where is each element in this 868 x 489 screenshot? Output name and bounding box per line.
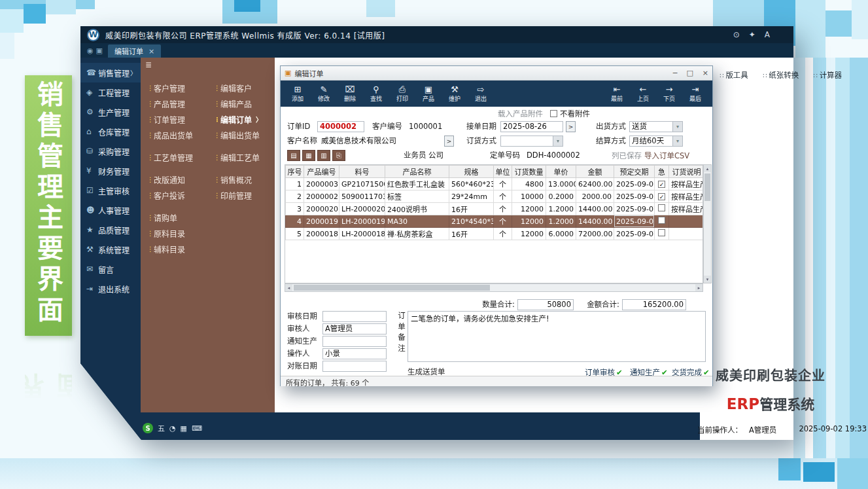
table-cell[interactable]: LH-2000019 (339, 215, 385, 228)
submenu-item-craft-sheet-mgmt[interactable]: ⋮工艺单管理 (147, 149, 211, 165)
table-cell[interactable]: 12000 (512, 215, 546, 228)
order-method-select[interactable]: ▾ (500, 136, 563, 147)
grid-tool-icon[interactable]: ▥ (317, 150, 330, 161)
last-record-button[interactable]: ⇥最后 (682, 82, 708, 105)
reconcile-date-field[interactable] (322, 361, 387, 372)
table-cell[interactable]: LH-2000020 (339, 203, 385, 215)
minimize-button[interactable]: ─ (673, 69, 678, 77)
table-cell[interactable]: 标签 (385, 190, 449, 203)
table-cell[interactable]: 1.2000 (546, 215, 576, 228)
submenu-item-edit-order[interactable]: ⋮编辑订单〉 (214, 111, 273, 127)
col-qty[interactable]: 订货数量 (512, 166, 546, 178)
submenu-item-prepress-mgmt[interactable]: ⋮印前管理 (214, 187, 273, 203)
col-seq[interactable]: 序号 (286, 166, 304, 178)
table-cell[interactable]: 29*24mm (449, 190, 494, 203)
calendar-tool-icon[interactable]: ▦ (302, 150, 315, 161)
user-icon[interactable]: A (765, 30, 770, 39)
note-tool-icon[interactable]: ▤ (287, 150, 300, 161)
edit-button[interactable]: ✎修改 (311, 82, 337, 105)
col-spec[interactable]: 规格 (449, 166, 494, 178)
table-cell[interactable]: 个 (494, 190, 512, 203)
table-cell[interactable]: 2025-09-07 (614, 203, 655, 215)
table-cell[interactable]: 2000020 (304, 203, 339, 215)
submenu-item-aux-material-catalog[interactable]: ⋮辅料目录 (147, 241, 211, 257)
tab-calculator[interactable]: ∷计算器 (813, 69, 842, 80)
search-button[interactable]: ⚲查找 (363, 82, 389, 105)
settle-method-select[interactable]: 月结60天▾ (629, 136, 683, 147)
salesman-field[interactable]: 公司 (428, 150, 443, 161)
col-price[interactable]: 单价 (546, 166, 576, 178)
submenu-item-purchase-request[interactable]: ⋮请购单 (147, 209, 211, 225)
table-cell[interactable]: 2000002 (304, 190, 339, 203)
product-button[interactable]: ▣产品 (415, 82, 442, 105)
sidebar-item-finance[interactable]: ¥ 财务管理 (80, 161, 141, 181)
load-attachment-label[interactable]: 载入产品附件 (498, 109, 543, 120)
urgent-checkbox[interactable] (658, 204, 665, 211)
chevron-down-icon[interactable]: ▾ (553, 136, 563, 146)
urgent-cell[interactable] (655, 228, 669, 240)
table-cell[interactable]: 2025-09-01 (614, 178, 655, 190)
table-row[interactable]: 32000020LH-20000202400说明书16开个120001.2000… (286, 203, 704, 215)
table-cell[interactable]: 12000 (512, 228, 546, 240)
submenu-item-edit-shipment[interactable]: ⋮编辑出货单 (214, 127, 273, 143)
info-icon[interactable]: ⊙ (733, 30, 740, 39)
scroll-thumb[interactable] (704, 173, 710, 201)
date-picker-button[interactable]: > (566, 121, 576, 132)
chevron-down-icon[interactable]: ▾ (672, 136, 682, 146)
urgent-cell[interactable] (655, 215, 669, 228)
review-date-field[interactable] (322, 311, 387, 322)
sidebar-item-system[interactable]: ⚒ 系统管理 (80, 240, 141, 259)
submenu-item-raw-material-catalog[interactable]: ⋮原料目录 (147, 225, 211, 241)
col-amount[interactable]: 金额 (576, 166, 614, 178)
table-cell[interactable]: 个 (494, 178, 512, 190)
hide-attachment-checkbox[interactable]: 不看附件 (550, 109, 590, 120)
sidebar-item-message[interactable]: ✉ 留言 (80, 259, 141, 279)
submenu-item-sales-overview[interactable]: ⋮销售概况 (214, 172, 273, 187)
table-row[interactable]: 220000025090011703标签29*24mm个100000.20002… (286, 190, 704, 203)
submenu-item-edit-craft-sheet[interactable]: ⋮编辑工艺单 (214, 149, 273, 165)
col-note[interactable]: 订货说明 (669, 166, 704, 178)
submenu-item-customer-complaint[interactable]: ⋮客户投诉 (147, 187, 211, 203)
col-unit[interactable]: 单位 (494, 166, 512, 178)
workspace-icon[interactable]: ▣ (96, 46, 103, 55)
submenu-item-shipment-note[interactable]: ⋮成品出货单 (147, 127, 211, 143)
table-cell[interactable]: 560*460*230 (449, 178, 494, 190)
col-due-date[interactable]: 预定交期 (614, 166, 655, 178)
urgent-cell[interactable]: ✓ (655, 190, 669, 203)
home-icon[interactable]: ◉ (87, 46, 94, 55)
table-cell[interactable]: GP21071500 (339, 178, 385, 190)
tab-paper-convert[interactable]: ∷纸张转换 (763, 69, 799, 80)
table-cell[interactable]: 72000.00 (576, 228, 614, 240)
copy-tool-icon[interactable]: ⎘ (332, 150, 345, 161)
submenu-item-edit-customer[interactable]: ⋮编辑客户 (214, 80, 273, 96)
table-cell[interactable] (669, 228, 704, 240)
table-cell[interactable]: 2000018 (304, 228, 339, 240)
prev-page-button[interactable]: ←上页 (630, 82, 656, 105)
sidebar-item-production[interactable]: ⚙ 生产管理 (80, 102, 141, 122)
close-button[interactable]: × (703, 69, 708, 77)
urgent-cell[interactable] (655, 203, 669, 215)
submenu-item-edit-product[interactable]: ⋮编辑产品 (214, 96, 273, 111)
ime-wubi-icon[interactable]: 五 (158, 423, 165, 433)
table-cell[interactable]: 6.0000 (546, 228, 576, 240)
table-cell[interactable]: 1 (286, 178, 304, 190)
table-cell[interactable]: 个 (494, 203, 512, 215)
submenu-item-order-mgmt[interactable]: ⋮订单管理 (147, 111, 211, 127)
next-page-button[interactable]: →下页 (656, 82, 682, 105)
table-cell[interactable]: 210*4540*354 (449, 215, 494, 228)
table-cell[interactable]: 2 (286, 190, 304, 203)
checkbox-icon[interactable] (550, 110, 557, 117)
urgent-cell[interactable]: ✓ (655, 178, 669, 190)
add-button[interactable]: ⊞添加 (285, 82, 311, 105)
table-cell[interactable]: 2000003 (304, 178, 339, 190)
urgent-checkbox[interactable]: ✓ (658, 193, 665, 200)
table-cell[interactable]: 16开 (449, 228, 494, 240)
table-cell[interactable]: MA30 (385, 215, 449, 228)
submenu-item-revision-notice[interactable]: ⋮改版通知 (147, 172, 211, 187)
scroll-right-icon[interactable]: ▸ (695, 284, 703, 291)
table-cell[interactable]: 5090011703 (339, 190, 385, 203)
order-remark-textarea[interactable]: 二笔急的订单，请务必优先加急安排生产! (408, 311, 706, 362)
table-row[interactable]: 42000019LH-2000019MA30210*4540*354个12000… (286, 215, 704, 228)
table-cell[interactable]: 3 (286, 203, 304, 215)
col-material-no[interactable]: 料号 (339, 166, 385, 178)
